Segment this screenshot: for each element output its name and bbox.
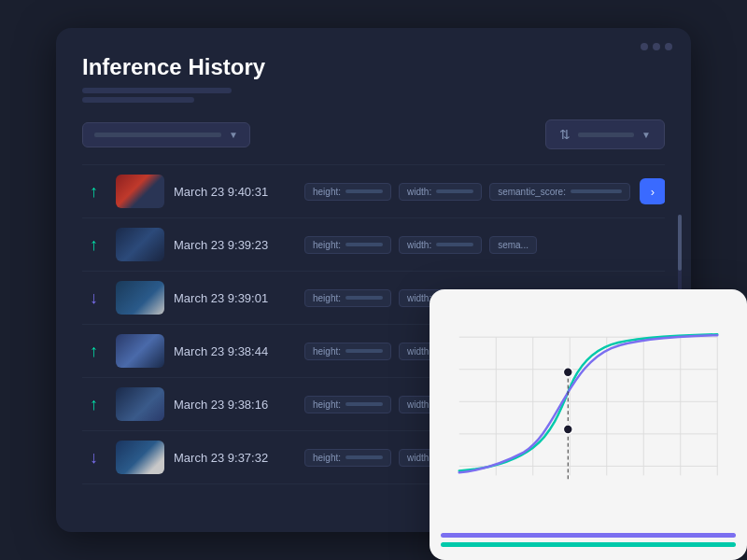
height-label: height:	[313, 293, 341, 303]
subtitle-bar-2	[82, 97, 194, 103]
page-title: Inference History	[82, 54, 665, 80]
height-bar	[345, 349, 383, 353]
height-label: height:	[313, 453, 341, 463]
window-controls	[641, 43, 672, 50]
param-chips: height: width: semantic_score:	[304, 183, 630, 201]
height-chip: height:	[304, 396, 391, 413]
dropdown-value-bar	[94, 133, 221, 137]
window-dot-1	[641, 43, 648, 50]
window-dot-2	[653, 43, 660, 50]
width-label: width:	[407, 346, 431, 357]
table-row: ↑ March 23 9:39:23 height: width: sema..…	[82, 218, 665, 272]
sort-icon: ⇅	[559, 127, 571, 142]
width-label: width:	[407, 293, 431, 303]
trend-up-icon: ↑	[90, 395, 106, 414]
width-label: width:	[407, 187, 431, 197]
height-bar	[345, 455, 383, 459]
thumbnail	[116, 334, 164, 368]
height-chip: height:	[304, 289, 391, 307]
trend-up-icon: ↑	[90, 235, 106, 255]
svg-point-14	[563, 425, 572, 434]
height-label: height:	[313, 346, 341, 357]
height-label: height:	[313, 187, 341, 197]
timestamp-label: March 23 9:37:32	[174, 451, 295, 465]
height-chip: height:	[304, 343, 391, 360]
height-chip: height:	[304, 236, 391, 254]
height-bar	[345, 243, 383, 246]
timestamp-label: March 23 9:38:44	[174, 344, 295, 358]
width-label: width:	[407, 453, 431, 463]
chart-overlay	[430, 289, 747, 560]
toolbar: ▼ ⇅ ▼	[82, 119, 665, 149]
chevron-down-icon: ▼	[229, 130, 238, 140]
score-chip: semantic_score:	[489, 183, 630, 201]
height-chip: height:	[304, 449, 391, 467]
sort-chevron-icon: ▼	[641, 130, 651, 140]
width-bar	[436, 189, 473, 193]
height-bar	[345, 296, 383, 300]
filter-dropdown[interactable]: ▼	[82, 122, 250, 147]
thumbnail	[116, 281, 164, 315]
score-label: sema...	[498, 240, 529, 250]
height-label: height:	[313, 240, 341, 250]
trend-down-icon: ↓	[90, 448, 106, 468]
height-bar	[345, 402, 383, 406]
thumbnail	[116, 228, 164, 261]
height-chip: height:	[304, 183, 391, 201]
row-actions: › ···	[640, 178, 665, 204]
thumbnail	[116, 175, 164, 208]
legend-purple-line	[441, 533, 736, 538]
svg-point-13	[563, 368, 572, 377]
trend-down-icon: ↓	[90, 288, 106, 308]
width-chip: width:	[399, 236, 482, 254]
chart-legend	[441, 533, 736, 547]
subtitle-bar-1	[82, 88, 232, 93]
scrollbar-thumb[interactable]	[678, 215, 682, 271]
window-dot-3	[665, 43, 672, 50]
param-chips: height: width: sema...	[304, 236, 657, 254]
timestamp-label: March 23 9:38:16	[174, 398, 295, 412]
score-label: semantic_score:	[498, 187, 566, 197]
legend-teal-line	[441, 542, 736, 547]
timestamp-label: March 23 9:39:01	[174, 291, 295, 305]
thumbnail	[116, 387, 164, 421]
table-row: ↑ March 23 9:40:31 height: width: semant…	[82, 164, 665, 218]
sort-button[interactable]: ⇅ ▼	[545, 119, 665, 149]
score-chart	[441, 301, 736, 549]
trend-up-icon: ↑	[90, 342, 106, 361]
expand-button[interactable]: ›	[640, 178, 665, 204]
main-window: Inference History ▼ ⇅ ▼ ↑ March 23 9:40:…	[56, 28, 691, 532]
trend-up-icon: ↑	[90, 182, 106, 202]
sort-bar	[578, 133, 634, 137]
score-chip: sema...	[489, 236, 537, 254]
width-label: width:	[407, 240, 431, 250]
width-bar	[436, 243, 473, 246]
score-bar	[571, 189, 622, 193]
width-label: width:	[407, 399, 431, 410]
height-label: height:	[313, 399, 341, 410]
height-bar	[345, 189, 383, 193]
thumbnail	[116, 441, 164, 474]
width-chip: width:	[399, 183, 482, 201]
timestamp-label: March 23 9:39:23	[174, 238, 295, 252]
timestamp-label: March 23 9:40:31	[174, 185, 295, 199]
